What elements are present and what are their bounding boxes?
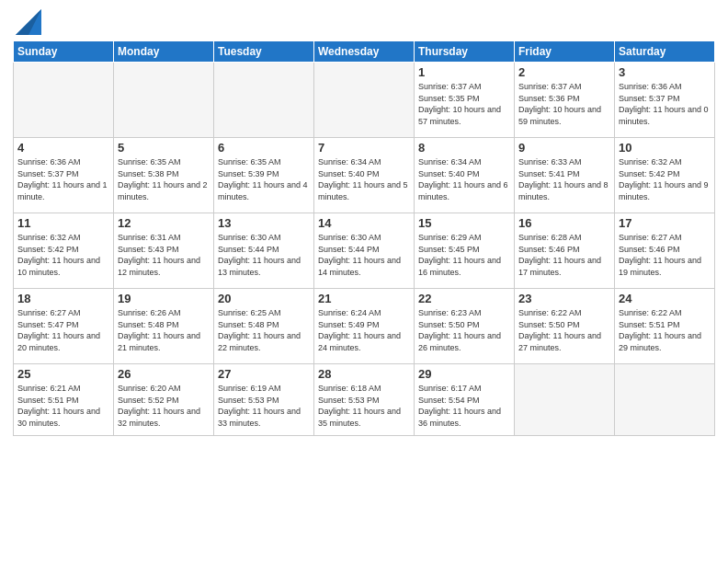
day-info: Sunrise: 6:31 AM Sunset: 5:43 PM Dayligh…	[118, 232, 210, 278]
calendar-day-cell	[515, 364, 615, 436]
day-info: Sunrise: 6:36 AM Sunset: 5:37 PM Dayligh…	[17, 156, 109, 202]
calendar-day-cell: 3Sunrise: 6:36 AM Sunset: 5:37 PM Daylig…	[615, 63, 715, 138]
day-info: Sunrise: 6:27 AM Sunset: 5:46 PM Dayligh…	[619, 232, 711, 278]
calendar-week-row: 25Sunrise: 6:21 AM Sunset: 5:51 PM Dayli…	[14, 364, 715, 436]
day-number: 27	[218, 367, 310, 381]
day-number: 29	[418, 367, 510, 381]
day-info: Sunrise: 6:35 AM Sunset: 5:39 PM Dayligh…	[218, 156, 310, 202]
day-number: 23	[518, 292, 610, 305]
day-number: 3	[619, 65, 711, 79]
day-number: 6	[218, 141, 310, 155]
calendar-header-cell: Saturday	[615, 41, 715, 63]
day-info: Sunrise: 6:22 AM Sunset: 5:50 PM Dayligh…	[518, 307, 610, 353]
day-number: 7	[318, 141, 410, 155]
day-info: Sunrise: 6:32 AM Sunset: 5:42 PM Dayligh…	[17, 232, 109, 278]
day-number: 19	[118, 292, 210, 305]
calendar-day-cell: 29Sunrise: 6:17 AM Sunset: 5:54 PM Dayli…	[415, 364, 515, 436]
day-info: Sunrise: 6:37 AM Sunset: 5:35 PM Dayligh…	[418, 81, 510, 127]
calendar-header-row: SundayMondayTuesdayWednesdayThursdayFrid…	[14, 41, 715, 63]
calendar-day-cell: 7Sunrise: 6:34 AM Sunset: 5:40 PM Daylig…	[314, 138, 415, 213]
day-info: Sunrise: 6:19 AM Sunset: 5:53 PM Dayligh…	[218, 383, 310, 429]
calendar-day-cell: 14Sunrise: 6:30 AM Sunset: 5:44 PM Dayli…	[314, 213, 415, 289]
calendar-header-cell: Monday	[114, 41, 214, 63]
logo-icon	[16, 9, 41, 35]
calendar-day-cell: 6Sunrise: 6:35 AM Sunset: 5:39 PM Daylig…	[214, 138, 314, 213]
day-number: 10	[619, 141, 711, 155]
day-info: Sunrise: 6:37 AM Sunset: 5:36 PM Dayligh…	[518, 81, 610, 127]
day-info: Sunrise: 6:17 AM Sunset: 5:54 PM Dayligh…	[418, 383, 510, 429]
day-number: 17	[619, 216, 711, 230]
day-number: 2	[518, 65, 610, 79]
calendar-week-row: 1Sunrise: 6:37 AM Sunset: 5:35 PM Daylig…	[14, 63, 715, 138]
header	[13, 9, 715, 35]
day-info: Sunrise: 6:28 AM Sunset: 5:46 PM Dayligh…	[518, 232, 610, 278]
day-info: Sunrise: 6:25 AM Sunset: 5:48 PM Dayligh…	[218, 307, 310, 353]
calendar-day-cell: 12Sunrise: 6:31 AM Sunset: 5:43 PM Dayli…	[114, 213, 214, 289]
day-number: 4	[17, 141, 109, 155]
calendar-header-cell: Tuesday	[214, 41, 314, 63]
calendar-day-cell: 20Sunrise: 6:25 AM Sunset: 5:48 PM Dayli…	[214, 289, 314, 364]
calendar-day-cell: 24Sunrise: 6:22 AM Sunset: 5:51 PM Dayli…	[615, 289, 715, 364]
day-number: 14	[318, 216, 410, 230]
day-info: Sunrise: 6:33 AM Sunset: 5:41 PM Dayligh…	[518, 156, 610, 202]
day-info: Sunrise: 6:35 AM Sunset: 5:38 PM Dayligh…	[118, 156, 210, 202]
calendar-day-cell: 11Sunrise: 6:32 AM Sunset: 5:42 PM Dayli…	[14, 213, 114, 289]
day-number: 8	[418, 141, 510, 155]
calendar-day-cell: 4Sunrise: 6:36 AM Sunset: 5:37 PM Daylig…	[14, 138, 114, 213]
day-info: Sunrise: 6:34 AM Sunset: 5:40 PM Dayligh…	[418, 156, 510, 202]
calendar-day-cell: 27Sunrise: 6:19 AM Sunset: 5:53 PM Dayli…	[214, 364, 314, 436]
day-info: Sunrise: 6:20 AM Sunset: 5:52 PM Dayligh…	[118, 383, 210, 429]
page: SundayMondayTuesdayWednesdayThursdayFrid…	[0, 0, 728, 563]
calendar-header-cell: Sunday	[14, 41, 114, 63]
day-number: 24	[619, 292, 711, 305]
calendar-header-cell: Friday	[515, 41, 615, 63]
day-info: Sunrise: 6:27 AM Sunset: 5:47 PM Dayligh…	[17, 307, 109, 353]
day-info: Sunrise: 6:26 AM Sunset: 5:48 PM Dayligh…	[118, 307, 210, 353]
day-number: 20	[218, 292, 310, 305]
day-info: Sunrise: 6:30 AM Sunset: 5:44 PM Dayligh…	[218, 232, 310, 278]
calendar-day-cell: 21Sunrise: 6:24 AM Sunset: 5:49 PM Dayli…	[314, 289, 415, 364]
day-number: 11	[17, 216, 109, 230]
calendar: SundayMondayTuesdayWednesdayThursdayFrid…	[13, 40, 715, 436]
day-info: Sunrise: 6:30 AM Sunset: 5:44 PM Dayligh…	[318, 232, 410, 278]
calendar-week-row: 11Sunrise: 6:32 AM Sunset: 5:42 PM Dayli…	[14, 213, 715, 289]
calendar-day-cell: 13Sunrise: 6:30 AM Sunset: 5:44 PM Dayli…	[214, 213, 314, 289]
day-number: 28	[318, 367, 410, 381]
calendar-day-cell: 5Sunrise: 6:35 AM Sunset: 5:38 PM Daylig…	[114, 138, 214, 213]
day-number: 22	[418, 292, 510, 305]
calendar-day-cell: 23Sunrise: 6:22 AM Sunset: 5:50 PM Dayli…	[515, 289, 615, 364]
day-number: 15	[418, 216, 510, 230]
calendar-day-cell: 28Sunrise: 6:18 AM Sunset: 5:53 PM Dayli…	[314, 364, 415, 436]
logo	[13, 13, 41, 35]
calendar-day-cell	[14, 63, 114, 138]
calendar-day-cell	[214, 63, 314, 138]
day-info: Sunrise: 6:21 AM Sunset: 5:51 PM Dayligh…	[17, 383, 109, 429]
day-info: Sunrise: 6:32 AM Sunset: 5:42 PM Dayligh…	[619, 156, 711, 202]
calendar-day-cell: 9Sunrise: 6:33 AM Sunset: 5:41 PM Daylig…	[515, 138, 615, 213]
day-number: 18	[17, 292, 109, 305]
calendar-day-cell: 22Sunrise: 6:23 AM Sunset: 5:50 PM Dayli…	[415, 289, 515, 364]
day-info: Sunrise: 6:18 AM Sunset: 5:53 PM Dayligh…	[318, 383, 410, 429]
day-info: Sunrise: 6:29 AM Sunset: 5:45 PM Dayligh…	[418, 232, 510, 278]
calendar-day-cell	[114, 63, 214, 138]
calendar-day-cell	[615, 364, 715, 436]
calendar-day-cell: 15Sunrise: 6:29 AM Sunset: 5:45 PM Dayli…	[415, 213, 515, 289]
day-info: Sunrise: 6:23 AM Sunset: 5:50 PM Dayligh…	[418, 307, 510, 353]
day-number: 1	[418, 65, 510, 79]
calendar-week-row: 18Sunrise: 6:27 AM Sunset: 5:47 PM Dayli…	[14, 289, 715, 364]
day-number: 21	[318, 292, 410, 305]
calendar-week-row: 4Sunrise: 6:36 AM Sunset: 5:37 PM Daylig…	[14, 138, 715, 213]
day-info: Sunrise: 6:22 AM Sunset: 5:51 PM Dayligh…	[619, 307, 711, 353]
day-info: Sunrise: 6:24 AM Sunset: 5:49 PM Dayligh…	[318, 307, 410, 353]
day-number: 25	[17, 367, 109, 381]
calendar-day-cell: 10Sunrise: 6:32 AM Sunset: 5:42 PM Dayli…	[615, 138, 715, 213]
calendar-day-cell	[314, 63, 415, 138]
day-info: Sunrise: 6:36 AM Sunset: 5:37 PM Dayligh…	[619, 81, 711, 127]
day-number: 12	[118, 216, 210, 230]
day-number: 9	[518, 141, 610, 155]
calendar-day-cell: 8Sunrise: 6:34 AM Sunset: 5:40 PM Daylig…	[415, 138, 515, 213]
calendar-day-cell: 2Sunrise: 6:37 AM Sunset: 5:36 PM Daylig…	[515, 63, 615, 138]
day-info: Sunrise: 6:34 AM Sunset: 5:40 PM Dayligh…	[318, 156, 410, 202]
calendar-header-cell: Wednesday	[314, 41, 415, 63]
calendar-day-cell: 1Sunrise: 6:37 AM Sunset: 5:35 PM Daylig…	[415, 63, 515, 138]
